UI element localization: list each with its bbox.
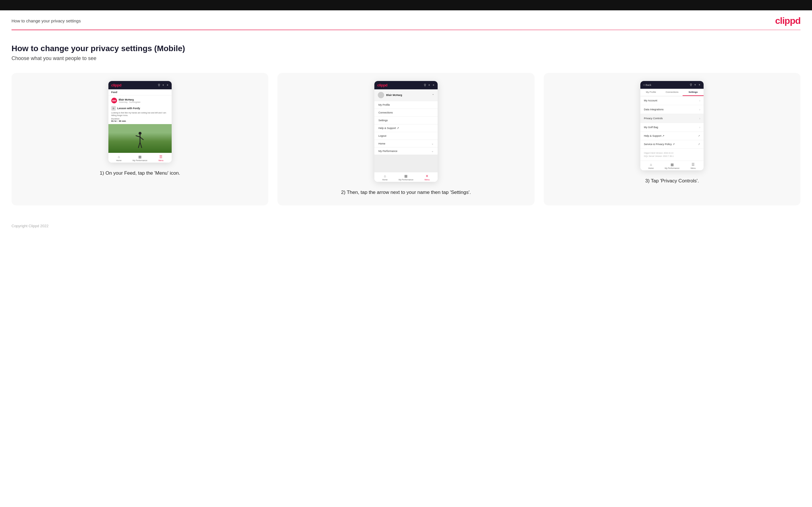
s2-close-icon: ✕	[425, 174, 428, 178]
s3-privacy-controls[interactable]: Privacy Controls ›	[640, 114, 704, 123]
s2-username: Blair McHarg	[386, 94, 402, 97]
s3-home-icon: ⌂	[650, 163, 652, 167]
s2-bottom-nav: ⌂ Home ▦ My Performance ✕ Menu	[374, 172, 438, 182]
s2-search-icon: ⚲	[424, 83, 426, 87]
s2-performance-section[interactable]: My Performance ⌄	[374, 147, 438, 155]
s2-help-support[interactable]: Help & Support ↗	[374, 124, 438, 132]
s1-home-tab[interactable]: ⌂ Home	[108, 153, 130, 163]
s2-logout[interactable]: Logout	[374, 132, 438, 140]
s3-home-tab[interactable]: ⌂ Home	[640, 161, 661, 170]
s3-tab-connections[interactable]: Connections	[662, 89, 682, 96]
s1-meta: Yesterday · Sunningdale	[119, 101, 141, 103]
s1-logo: clippd	[111, 83, 121, 87]
s2-connections[interactable]: Connections	[374, 109, 438, 117]
s2-bg-overlay	[374, 155, 438, 172]
s3-my-golf-bag[interactable]: My Golf Bag ›	[640, 123, 704, 132]
s3-back-button[interactable]: < Back	[643, 83, 651, 87]
s2-user-info: Blair McHarg	[378, 92, 402, 98]
svg-line-4	[138, 142, 140, 148]
s3-bottom-nav: ⌂ Home ▦ My Performance ☰ Menu	[640, 161, 704, 170]
phone-screen-3: < Back ⚲ ⚬ ⚬ My Profile Connections Sett…	[640, 81, 704, 170]
s3-settings-list: My Account › Data Integrations › Privacy…	[640, 96, 704, 149]
logo: clippd	[775, 15, 801, 26]
page-footer: Copyright Clippd 2022	[0, 217, 812, 235]
s2-performance-nav-label: My Performance	[399, 179, 413, 181]
step-card-1: clippd ⚲ ⚬ ⚬ Feed BM Blair McHarg	[11, 73, 268, 206]
page-subheading: Choose what you want people to see	[11, 55, 801, 61]
s3-home-nav-label: Home	[648, 167, 654, 169]
s2-home-tab[interactable]: ⌂ Home	[374, 172, 395, 182]
svg-point-0	[139, 132, 142, 135]
s3-chart-icon: ▦	[670, 163, 674, 167]
step-3-caption: 3) Tap 'Privacy Controls'.	[645, 177, 699, 185]
s2-home-label: Home	[378, 142, 385, 145]
s1-menu-label: Menu	[158, 159, 164, 161]
s1-feed-label: Feed	[108, 89, 172, 95]
s3-performance-nav-label: My Performance	[665, 167, 679, 169]
phone-screen-1: clippd ⚲ ⚬ ⚬ Feed BM Blair McHarg	[108, 81, 172, 163]
s1-author: Blair McHarg	[119, 98, 141, 101]
step-1-caption: 1) On your Feed, tap the 'Menu' icon.	[100, 169, 180, 177]
s2-logo: clippd	[377, 83, 387, 87]
s3-nav-icons: ⚲ ⚬ ⚬	[690, 83, 701, 87]
s2-home-nav-label: Home	[382, 179, 388, 181]
settings-icon: ⚬	[166, 83, 169, 87]
s3-service-privacy-label: Service & Privacy Policy ↗	[644, 143, 675, 146]
s3-tab-settings[interactable]: Settings	[682, 89, 704, 96]
s2-performance-tab[interactable]: ▦ My Performance	[395, 172, 416, 182]
steps-grid: clippd ⚲ ⚬ ⚬ Feed BM Blair McHarg	[11, 73, 801, 206]
s2-home-section[interactable]: Home ⌄	[374, 140, 438, 147]
s1-golf-image	[108, 124, 172, 153]
s2-my-profile[interactable]: My Profile	[374, 101, 438, 109]
s1-performance-tab[interactable]: ▦ My Performance	[130, 153, 150, 163]
s2-performance-label: My Performance	[378, 150, 397, 153]
s3-privacy-controls-label: Privacy Controls	[644, 117, 663, 120]
s1-lesson-title: Lesson with Fordy	[117, 107, 140, 110]
step-2-caption: 2) Then, tap the arrow next to your name…	[341, 189, 471, 196]
s2-user-icon: ⚬	[428, 83, 430, 87]
s1-performance-label: My Performance	[133, 159, 147, 161]
s3-user-icon: ⚬	[694, 83, 697, 87]
s3-version-footer: Clippd Client Version: 2022.8.3-3 GQL Se…	[640, 149, 704, 161]
svg-line-5	[140, 142, 142, 148]
s1-home-label: Home	[116, 159, 121, 161]
s3-menu-tab[interactable]: ☰ Menu	[682, 161, 704, 170]
main-content: How to change your privacy settings (Mob…	[0, 30, 812, 217]
svg-line-2	[136, 135, 140, 137]
s3-server-version: GQL Server Version: 2022.7.30-1	[644, 155, 700, 158]
s3-settings-icon: ⚬	[698, 83, 701, 87]
s1-golfer-svg	[134, 131, 146, 151]
s3-menu-nav-label: Menu	[691, 167, 696, 169]
s3-performance-tab[interactable]: ▦ My Performance	[662, 161, 682, 170]
s3-service-privacy[interactable]: Service & Privacy Policy ↗ ↗	[640, 140, 704, 149]
s3-tab-profile[interactable]: My Profile	[640, 89, 661, 96]
s3-my-account-label: My Account	[644, 99, 657, 102]
menu-icon: ☰	[159, 155, 162, 159]
s1-menu-tab[interactable]: ☰ Menu	[150, 153, 171, 163]
s3-service-ext-icon: ↗	[698, 143, 700, 146]
s1-post-header: BM Blair McHarg Yesterday · Sunningdale	[111, 98, 169, 103]
copyright-text: Copyright Clippd 2022	[11, 224, 49, 228]
s2-expand-chevron[interactable]: ⌃	[432, 94, 434, 97]
s1-lesson-icon: ⛭	[111, 106, 116, 111]
s3-search-icon: ⚲	[690, 83, 692, 87]
top-bar	[0, 0, 812, 10]
s2-user-row: Blair McHarg ⌃	[374, 89, 438, 101]
s3-my-account-chevron: ›	[699, 99, 701, 102]
header-title: How to change your privacy settings	[11, 18, 81, 23]
s2-close-tab[interactable]: ✕ Menu	[417, 172, 438, 182]
s1-lesson-desc: Looking to feel like my hands are exitin…	[111, 111, 169, 117]
s3-my-account[interactable]: My Account ›	[640, 96, 704, 105]
s3-menu-icon: ☰	[692, 163, 695, 167]
s3-data-integrations-label: Data Integrations	[644, 108, 664, 111]
step-card-3: < Back ⚲ ⚬ ⚬ My Profile Connections Sett…	[544, 73, 801, 206]
s3-data-integrations-chevron: ›	[699, 108, 701, 111]
s3-help-support[interactable]: Help & Support ↗ ↗	[640, 132, 704, 140]
s1-duration-val: 01 hr : 30 min	[111, 120, 169, 122]
search-icon: ⚲	[158, 83, 160, 87]
user-icon: ⚬	[162, 83, 164, 87]
s1-duration-label: Duration	[111, 118, 169, 120]
s2-settings[interactable]: Settings	[374, 117, 438, 124]
step-card-2: clippd ⚲ ⚬ ⚬ Blair McHarg	[277, 73, 534, 206]
s3-data-integrations[interactable]: Data Integrations ›	[640, 105, 704, 114]
